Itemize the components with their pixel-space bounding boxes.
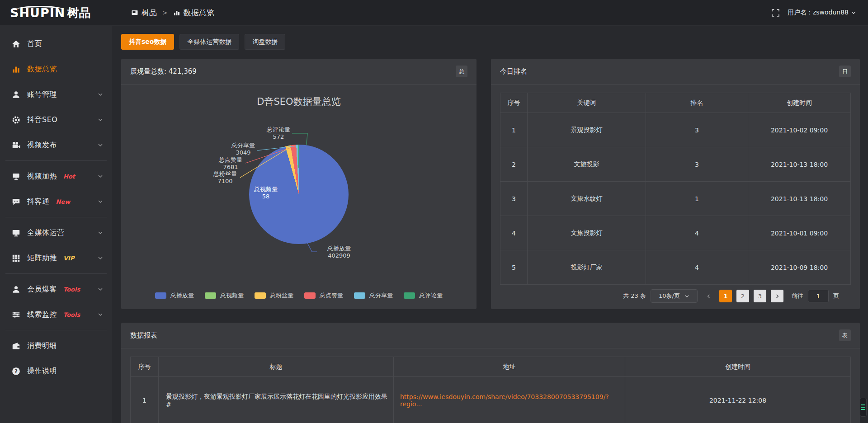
report-panel: 数据报表 表 序号 标题 地址 创建时间 1景观投影灯，夜游景观投影灯厂家展示展… (121, 323, 860, 423)
sidebar-item-douyin-seo[interactable]: 抖音SEO (0, 107, 112, 132)
svg-text:?: ? (14, 368, 18, 374)
prev-page-button[interactable] (702, 290, 715, 302)
table-cell: 2021-10-09 18:00 (748, 250, 851, 285)
ranking-table: 序号 关键词 排名 创建时间 1景观投影灯32021-10-02 09:002文… (500, 93, 851, 285)
sidebar-item-data-overview[interactable]: 数据总览 (0, 56, 112, 82)
table-row: 2文旅投影32021-10-13 18:00 (500, 147, 851, 182)
impressions-total-label: 展现量总数: 421,369 (130, 67, 197, 76)
legend-label: 总点赞量 (320, 291, 343, 300)
sidebar-item-video-heat[interactable]: 视频加热 Hot (0, 164, 112, 189)
page-button-1[interactable]: 1 (719, 290, 732, 302)
report-table: 序号 标题 地址 创建时间 1景观投影灯，夜游景观投影灯厂家展示展示落花灯在花园… (130, 357, 851, 423)
sidebar-item-media-operation[interactable]: 全媒体运营 (0, 220, 112, 245)
cell-created: 2021-11-22 12:08 (625, 377, 851, 423)
pie-label-value: 58 (254, 193, 278, 200)
chevron-down-icon (98, 230, 103, 235)
table-header-row: 序号 标题 地址 创建时间 (131, 357, 851, 377)
pie-chart: D音SEO数据量总览 总评论量 572 总分享量 3049 (130, 88, 467, 304)
legend-label: 总粉丝量 (270, 291, 293, 300)
top-header: SHUPIN 树品 树品 > 数据总览 用户名：zswodun88 (0, 0, 868, 26)
cell-index: 1 (131, 377, 159, 423)
legend-item[interactable]: 总粉丝量 (255, 291, 293, 300)
sidebar-item-label: 抖客通 (27, 197, 50, 207)
wallet-icon (12, 342, 20, 350)
column-header-index: 序号 (131, 357, 159, 377)
pie-label-name: 总评论量 (267, 126, 290, 133)
billboard-icon (12, 172, 20, 181)
tab-inquiry-data[interactable]: 询盘数据 (245, 34, 285, 50)
data-tabs: 抖音seo数据 全媒体运营数据 询盘数据 (121, 34, 860, 50)
ranking-panel: 今日排名 日 序号 关键词 排名 创建时间 1景观投影灯32021-10-02 … (491, 59, 860, 309)
page-button-2[interactable]: 2 (736, 290, 749, 302)
ranking-panel-title: 今日排名 (500, 67, 527, 76)
page-size-select[interactable]: 10条/页 (651, 289, 698, 303)
person-icon (12, 90, 20, 99)
sidebar-item-member-baoke[interactable]: 会员爆客 Tools (0, 277, 112, 302)
breadcrumb-current[interactable]: 数据总览 (173, 8, 214, 18)
table-row: 5投影灯厂家42021-10-09 18:00 (500, 250, 851, 285)
sidebar-item-matrix-boost[interactable]: 矩阵助推 VIP (0, 245, 112, 271)
tab-douyin-seo-data[interactable]: 抖音seo数据 (121, 34, 174, 50)
goto-page-input[interactable] (808, 290, 829, 302)
legend-swatch (354, 292, 365, 299)
pie-label-comments: 总评论量 572 (267, 126, 290, 141)
cell-url[interactable]: https://www.iesdouyin.com/share/video/70… (394, 377, 625, 423)
tab-media-operation-data[interactable]: 全媒体运营数据 (179, 34, 239, 50)
sidebar-item-consumption-detail[interactable]: 消费明细 (0, 333, 112, 358)
legend-swatch (404, 292, 415, 299)
table-header-row: 序号 关键词 排名 创建时间 (500, 93, 851, 113)
bar-chart-icon (12, 65, 20, 74)
breadcrumb-current-label: 数据总览 (184, 8, 214, 18)
legend-item[interactable]: 总视频量 (205, 291, 244, 300)
total-badge-button[interactable]: 总 (456, 66, 467, 77)
ranking-table-body: 1景观投影灯32021-10-02 09:002文旅投影32021-10-13 … (500, 113, 851, 285)
table-cell: 投影灯厂家 (528, 250, 646, 285)
column-header-index: 序号 (500, 93, 528, 113)
fullscreen-icon[interactable] (772, 9, 779, 17)
legend-item[interactable]: 总播放量 (155, 291, 194, 300)
sidebar-item-home[interactable]: 首页 (0, 31, 112, 56)
table-cell: 2021-10-13 18:00 (748, 182, 851, 216)
sidebar-item-instructions[interactable]: ? 操作说明 (0, 358, 112, 384)
question-circle-icon: ? (12, 367, 20, 376)
table-cell: 4 (646, 250, 748, 285)
user-menu[interactable]: 用户名：zswodun88 (788, 9, 856, 17)
table-badge-button[interactable]: 表 (839, 329, 851, 341)
sidebar-divider (5, 273, 107, 274)
new-badge: New (56, 198, 71, 205)
sidebar-item-label: 消费明细 (27, 341, 57, 351)
breadcrumb-root-label: 树品 (142, 8, 157, 18)
sidebar-item-clue-monitor[interactable]: 线索监控 Tools (0, 302, 112, 327)
legend-label: 总播放量 (170, 291, 194, 300)
column-header-keyword: 关键词 (528, 93, 646, 113)
goto-label: 前往 (792, 292, 803, 300)
table-cell: 1 (500, 113, 528, 147)
sidebar-item-label: 矩阵助推 (27, 254, 57, 263)
table-cell: 文旅投影灯 (528, 216, 646, 250)
chevron-down-icon (98, 142, 103, 148)
pie-label-value: 402909 (327, 252, 351, 259)
sidebar-item-account[interactable]: 账号管理 (0, 82, 112, 107)
legend-item[interactable]: 总分享量 (354, 291, 393, 300)
pie-label-plays: 总播放量 402909 (327, 245, 351, 259)
sidebar-divider (5, 330, 107, 330)
sidebar-item-video-publish[interactable]: 视频发布 (0, 132, 112, 158)
breadcrumb-root[interactable]: 树品 (131, 8, 157, 18)
scrollbar-widget[interactable] (860, 398, 867, 417)
legend-item[interactable]: 总点赞量 (304, 291, 343, 300)
table-cell: 1 (646, 182, 748, 216)
legend-item[interactable]: 总评论量 (404, 291, 443, 300)
table-cell: 4 (646, 216, 748, 250)
breadcrumb: 树品 > 数据总览 (131, 8, 214, 18)
page-root: { "theme": { "accent_orange": "#f08307",… (0, 0, 868, 423)
chevron-down-icon (98, 287, 103, 292)
logo[interactable]: SHUPIN 树品 (0, 5, 112, 21)
video-url-link[interactable]: https://www.iesdouyin.com/share/video/70… (400, 393, 609, 408)
next-page-button[interactable] (771, 290, 783, 302)
table-row: 1景观投影灯，夜游景观投影灯厂家展示展示落花灯在花园里的灯光投影应用效果 #ht… (131, 377, 851, 423)
sidebar-item-douketong[interactable]: 抖客通 New (0, 189, 112, 214)
page-button-3[interactable]: 3 (754, 290, 766, 302)
legend-label: 总视频量 (220, 291, 244, 300)
day-badge-button[interactable]: 日 (839, 66, 851, 77)
chart-panel-header: 展现量总数: 421,369 总 (121, 59, 476, 85)
